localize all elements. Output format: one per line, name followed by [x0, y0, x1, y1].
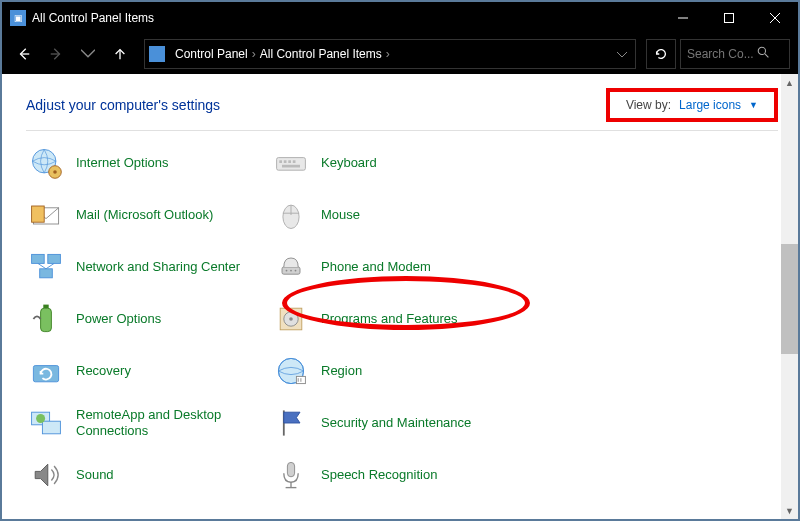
programs-icon: [271, 299, 311, 339]
svg-point-7: [758, 47, 765, 54]
svg-rect-29: [293, 160, 296, 163]
item-security-maintenance[interactable]: Security and Maintenance: [267, 397, 512, 449]
scrollbar[interactable]: ▲ ▼: [781, 74, 798, 519]
svg-point-11: [53, 170, 57, 174]
content-area: Adjust your computer's settings View by:…: [2, 74, 798, 519]
breadcrumb-current[interactable]: All Control Panel Items: [256, 47, 386, 61]
item-region[interactable]: Region: [267, 345, 512, 397]
item-label: Security and Maintenance: [321, 415, 471, 431]
svg-rect-25: [277, 158, 306, 171]
item-label: Sound: [76, 467, 114, 483]
refresh-button[interactable]: [646, 39, 676, 69]
svg-rect-47: [287, 462, 294, 476]
svg-rect-13: [32, 206, 45, 222]
search-input[interactable]: [687, 47, 757, 61]
view-by-control[interactable]: View by: Large icons ▼: [616, 94, 768, 116]
phone-icon: [271, 247, 311, 287]
svg-rect-16: [40, 269, 53, 278]
forward-button[interactable]: [42, 40, 70, 68]
item-label: Internet Options: [76, 155, 169, 171]
chevron-right-icon[interactable]: ›: [386, 47, 390, 61]
item-label: Phone and Modem: [321, 259, 431, 275]
titlebar: ▣ All Control Panel Items: [2, 2, 798, 34]
item-mouse[interactable]: Mouse: [267, 189, 512, 241]
maximize-button[interactable]: [706, 2, 752, 34]
app-icon: ▣: [10, 10, 26, 26]
svg-point-37: [295, 270, 297, 272]
items-panel: Internet Options Mail (Microsoft Outlook…: [2, 131, 798, 511]
svg-rect-14: [32, 254, 45, 263]
item-sound[interactable]: Sound: [22, 449, 267, 501]
scroll-thumb[interactable]: [781, 244, 798, 354]
address-dropdown[interactable]: [613, 47, 631, 61]
control-panel-icon: [149, 46, 165, 62]
svg-rect-30: [282, 165, 300, 168]
svg-line-18: [46, 263, 54, 268]
window-controls: [660, 2, 798, 34]
page-title: Adjust your computer's settings: [26, 97, 606, 113]
svg-rect-27: [284, 160, 287, 163]
chevron-down-icon: ▼: [749, 100, 758, 110]
back-button[interactable]: [10, 40, 38, 68]
item-network-sharing[interactable]: Network and Sharing Center: [22, 241, 267, 293]
item-mail[interactable]: Mail (Microsoft Outlook): [22, 189, 267, 241]
close-button[interactable]: [752, 2, 798, 34]
globe-gear-icon: [26, 143, 66, 183]
svg-point-24: [36, 414, 45, 423]
mail-icon: [26, 195, 66, 235]
search-box[interactable]: [680, 39, 790, 69]
svg-rect-19: [41, 308, 52, 331]
sound-icon: [26, 455, 66, 495]
scroll-up-button[interactable]: ▲: [781, 74, 798, 91]
breadcrumb-root[interactable]: Control Panel: [171, 47, 252, 61]
item-phone-modem[interactable]: Phone and Modem: [267, 241, 512, 293]
svg-line-8: [765, 53, 769, 57]
svg-rect-23: [42, 421, 60, 434]
keyboard-icon: [271, 143, 311, 183]
item-recovery[interactable]: Recovery: [22, 345, 267, 397]
item-label: Speech Recognition: [321, 467, 437, 483]
item-label: Programs and Features: [321, 311, 458, 327]
recovery-icon: [26, 351, 66, 391]
power-battery-icon: [26, 299, 66, 339]
remoteapp-icon: [26, 403, 66, 443]
item-power-options[interactable]: Power Options: [22, 293, 267, 345]
recent-dropdown[interactable]: [74, 40, 102, 68]
network-icon: [26, 247, 66, 287]
viewby-highlight: View by: Large icons ▼: [606, 88, 778, 122]
item-internet-options[interactable]: Internet Options: [22, 137, 267, 189]
svg-point-35: [286, 270, 288, 272]
security-flag-icon: [271, 403, 311, 443]
svg-rect-28: [288, 160, 291, 163]
svg-rect-1: [725, 14, 734, 23]
scroll-down-button[interactable]: ▼: [781, 502, 798, 519]
viewby-value[interactable]: Large icons: [679, 98, 741, 112]
item-speech-recognition[interactable]: Speech Recognition: [267, 449, 512, 501]
svg-rect-20: [43, 305, 48, 309]
address-bar[interactable]: Control Panel › All Control Panel Items …: [144, 39, 636, 69]
item-label: Network and Sharing Center: [76, 259, 240, 275]
svg-point-36: [290, 270, 292, 272]
toolbar: Control Panel › All Control Panel Items …: [2, 34, 798, 74]
mouse-icon: [271, 195, 311, 235]
viewby-label: View by:: [626, 98, 671, 112]
item-label: Mouse: [321, 207, 360, 223]
item-label: Keyboard: [321, 155, 377, 171]
svg-rect-26: [279, 160, 282, 163]
speech-icon: [271, 455, 311, 495]
item-label: RemoteApp and Desktop Connections: [76, 407, 263, 438]
up-button[interactable]: [106, 40, 134, 68]
item-label: Power Options: [76, 311, 161, 327]
item-remoteapp[interactable]: RemoteApp and Desktop Connections: [22, 397, 267, 449]
item-label: Recovery: [76, 363, 131, 379]
window-title: All Control Panel Items: [32, 11, 660, 25]
region-icon: [271, 351, 311, 391]
svg-rect-15: [48, 254, 61, 263]
item-programs-features[interactable]: Programs and Features: [267, 293, 512, 345]
item-label: Region: [321, 363, 362, 379]
svg-line-17: [38, 263, 46, 268]
item-label: Mail (Microsoft Outlook): [76, 207, 213, 223]
item-keyboard[interactable]: Keyboard: [267, 137, 512, 189]
minimize-button[interactable]: [660, 2, 706, 34]
svg-point-40: [289, 317, 293, 321]
